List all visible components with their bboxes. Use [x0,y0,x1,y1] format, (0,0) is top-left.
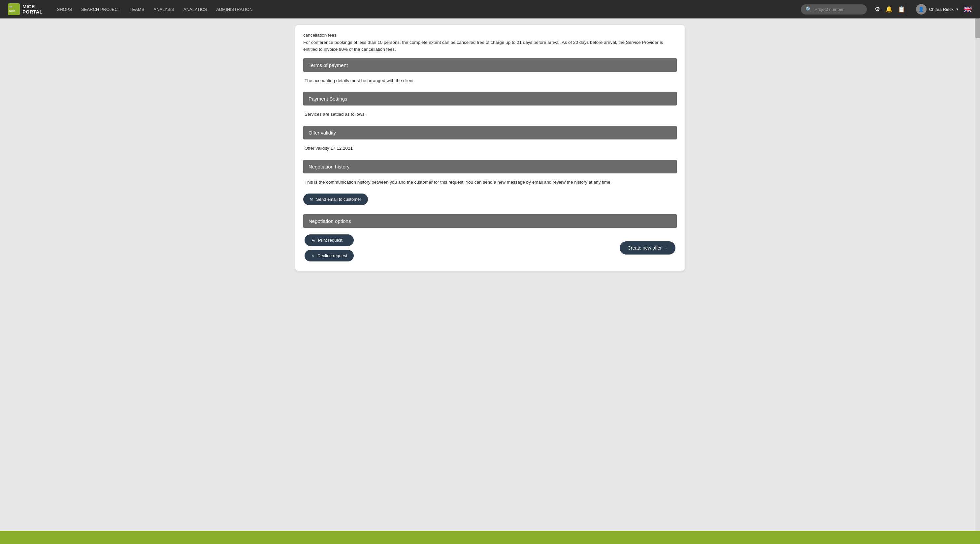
negotiation-history-header: Negotiation history [303,160,677,173]
navbar: 🐭 MICE MICE PORTAL SHOPS SEARCH PROJECT … [0,0,980,19]
nav-links: SHOPS SEARCH PROJECT TEAMS ANALYSIS ANAL… [53,4,801,14]
print-request-button[interactable]: 🖨 Print request [305,235,354,246]
chevron-down-icon: ▾ [956,7,958,11]
create-new-offer-button[interactable]: Create new offer → [620,241,675,255]
terms-of-payment-header: Terms of payment [303,59,677,72]
document-icon[interactable]: 📋 [898,6,905,13]
nav-user[interactable]: 👤 Chiara Rieck ▾ [916,4,958,14]
negotiation-options-buttons: 🖨 Print request ✕ Decline request Create… [303,229,677,264]
svg-text:🐭: 🐭 [9,5,13,9]
nav-shops[interactable]: SHOPS [53,4,76,14]
terms-of-payment-section: Terms of payment The accounting details … [303,59,677,91]
notifications-icon[interactable]: 🔔 [885,6,892,13]
content-area: Terms of payment The accounting details … [295,59,685,264]
offer-validity-header: Offer validity [303,126,677,140]
search-icon: 🔍 [805,6,812,13]
nav-analysis[interactable]: ANALYSIS [150,4,178,14]
printer-icon: 🖨 [311,238,315,243]
nav-icons: ⚙ 🔔 📋 [875,6,905,13]
send-email-button[interactable]: ✉ Send email to customer [303,193,368,205]
send-email-wrapper: ✉ Send email to customer [303,193,677,205]
payment-settings-body: Services are settled as follows: [303,106,677,125]
intro-text: cancellation fees.For conference booking… [295,25,685,59]
negotiation-options-section: Negotiation options [303,214,677,228]
decline-request-button[interactable]: ✕ Decline request [305,250,354,262]
terms-of-payment-body: The accounting details must be arranged … [303,72,677,91]
payment-settings-section: Payment Settings Services are settled as… [303,92,677,125]
svg-text:MICE: MICE [9,10,15,12]
main-card: cancellation fees.For conference booking… [295,25,685,271]
nav-analytics[interactable]: ANALYTICS [180,4,211,14]
nav-divider [908,3,908,15]
user-avatar: 👤 [916,4,926,14]
search-bar[interactable]: 🔍 [801,4,867,14]
user-name: Chiara Rieck [929,7,954,12]
search-input[interactable] [815,7,862,12]
negotiation-history-body: This is the communication history betwee… [303,173,677,192]
close-icon: ✕ [311,253,315,258]
payment-settings-header: Payment Settings [303,92,677,106]
nav-administration[interactable]: ADMINISTRATION [212,4,256,14]
nav-teams[interactable]: TEAMS [126,4,148,14]
mice-portal-logo-icon: 🐭 MICE [8,3,20,15]
offer-validity-section: Offer validity Offer validity 17.12.2021 [303,126,677,159]
email-icon: ✉ [310,197,313,202]
svg-rect-0 [8,3,20,15]
negotiation-history-section: Negotiation history This is the communic… [303,160,677,192]
nav-divider-2 [961,3,961,15]
scrollbar-track[interactable] [975,19,980,531]
nav-search-project[interactable]: SEARCH PROJECT [77,4,124,14]
offer-validity-body: Offer validity 17.12.2021 [303,140,677,159]
logo-text: MICE PORTAL [22,4,43,15]
footer-bar [0,531,980,544]
settings-icon[interactable]: ⚙ [875,6,880,13]
left-buttons: 🖨 Print request ✕ Decline request [305,235,354,262]
logo[interactable]: 🐭 MICE MICE PORTAL [8,3,43,15]
negotiation-options-header: Negotiation options [303,214,677,228]
scrollbar-thumb[interactable] [975,19,980,38]
language-flag-icon[interactable]: 🇬🇧 [964,5,972,13]
page-wrapper: cancellation fees.For conference booking… [0,19,980,531]
